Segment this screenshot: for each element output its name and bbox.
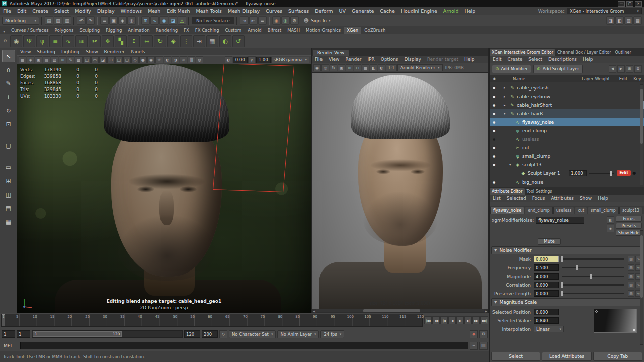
new-scene-icon[interactable]: ▤ bbox=[45, 16, 53, 25]
visibility-dot-icon[interactable]: ● bbox=[490, 120, 498, 124]
viewport-menu-panels[interactable]: Panels bbox=[128, 49, 148, 54]
xgen-density-icon[interactable]: ▚ bbox=[115, 35, 127, 47]
menu-display[interactable]: Display bbox=[94, 8, 118, 14]
visibility-dot-icon[interactable]: ● bbox=[490, 86, 498, 89]
menu-arnold[interactable]: Arnold bbox=[440, 8, 462, 14]
film-gate-icon[interactable]: ◫ bbox=[83, 56, 91, 63]
keep-image-icon[interactable]: ⊞ bbox=[346, 64, 353, 71]
xgen-place-icon[interactable]: ❖ bbox=[102, 35, 114, 47]
go-to-end-button[interactable]: ▶▶| bbox=[480, 316, 488, 324]
grease-pencil-icon[interactable]: ✎ bbox=[67, 56, 74, 63]
playback-options-icon[interactable]: ◇ bbox=[219, 330, 227, 338]
layout-hypershade[interactable]: ▤ bbox=[2, 202, 15, 214]
snapshot-icon[interactable]: ▣ bbox=[338, 64, 345, 71]
last-tool[interactable]: ▢ bbox=[2, 139, 15, 152]
shelf-tab-fx-caching[interactable]: FX Caching bbox=[192, 27, 222, 34]
viewport-menu-shading[interactable]: Shading bbox=[34, 49, 58, 54]
add-layer-icon[interactable]: ⊞ bbox=[626, 65, 633, 73]
xgen-groom-icon[interactable]: ψ bbox=[36, 35, 48, 47]
panel-tab-outliner[interactable]: Outliner bbox=[613, 49, 633, 56]
menu-surfaces[interactable]: Surfaces bbox=[285, 8, 312, 14]
viewport-menu-renderer[interactable]: Renderer bbox=[101, 49, 128, 54]
render-view-menu-display[interactable]: Display bbox=[401, 57, 424, 62]
node-tab-useless[interactable]: useless bbox=[553, 207, 575, 214]
channel-box-toggle-icon[interactable]: ▥ bbox=[624, 16, 633, 25]
render-view-hscrollbar[interactable]: ◀ ▶ bbox=[312, 309, 488, 313]
step-forward-frame-button[interactable]: ▶| bbox=[464, 316, 472, 324]
ipr-icon[interactable]: ◎ bbox=[321, 64, 329, 71]
copy-tab-button[interactable]: Copy Tab bbox=[593, 352, 642, 361]
shelf-tab-rigging[interactable]: Rigging bbox=[103, 27, 125, 34]
add-sculpt-layer-button[interactable]: ⊕ Add Sculpt Layer bbox=[533, 65, 583, 73]
exposure-icon[interactable]: ◐ bbox=[225, 56, 232, 63]
shelf-tab-mash[interactable]: MASH bbox=[284, 27, 303, 34]
visibility-dot-icon[interactable]: ● bbox=[490, 95, 498, 98]
presets-button[interactable]: Presets bbox=[616, 223, 642, 229]
mask-slider[interactable] bbox=[562, 258, 624, 260]
gamma-field[interactable]: 1.00 bbox=[256, 57, 271, 63]
section-header-magnitude-scale[interactable]: ▼Magnitude Scale bbox=[491, 298, 642, 306]
menu-houdini-engine[interactable]: Houdini Engine bbox=[398, 8, 440, 14]
step-back-key-button[interactable]: ◀◀ bbox=[432, 316, 440, 324]
add-modifier-button[interactable]: ⊕ Add Modifier bbox=[492, 65, 531, 73]
show-hide-button[interactable]: Show Hide bbox=[616, 230, 642, 236]
maximize-button[interactable]: ▢ bbox=[626, 1, 633, 7]
safe-title-icon[interactable]: ▢ bbox=[123, 56, 131, 63]
mask-field[interactable]: 0.000 bbox=[534, 256, 559, 262]
scroll-right-icon[interactable]: ▶ bbox=[484, 309, 488, 313]
mel-command-input[interactable] bbox=[20, 342, 468, 349]
show-in-outliner-icon[interactable]: ◧ bbox=[607, 216, 614, 224]
render-view-menu-view[interactable]: View bbox=[326, 57, 342, 62]
section-header-noise-modifier[interactable]: ▼Noise Modifier bbox=[491, 246, 642, 254]
texture-map-icon[interactable]: ▨ bbox=[628, 282, 634, 288]
node-tab-end-clump[interactable]: end_clump bbox=[525, 207, 553, 214]
visibility-dot-icon[interactable]: ● bbox=[490, 137, 498, 141]
select-hierarchy-icon[interactable]: ≡ bbox=[100, 16, 109, 25]
range-slider-track[interactable]: 1 120 bbox=[32, 330, 183, 338]
motion-blur-icon[interactable]: ≋ bbox=[180, 56, 187, 63]
ramp-handle[interactable] bbox=[633, 329, 635, 331]
safe-action-icon[interactable]: □ bbox=[115, 56, 123, 63]
save-scene-icon[interactable]: ▥ bbox=[63, 16, 71, 25]
menu-set-dropdown[interactable]: Modeling ▾ bbox=[2, 17, 39, 25]
textured-icon[interactable]: ◉ bbox=[147, 56, 155, 63]
magnitude-slider[interactable] bbox=[562, 276, 624, 277]
lock-camera-icon[interactable]: ◈ bbox=[27, 56, 34, 63]
attribute-editor-scrollbar[interactable] bbox=[640, 230, 643, 345]
animation-end-field[interactable]: 200 bbox=[202, 330, 218, 338]
xgen-sphere-icon[interactable]: ◉ bbox=[10, 35, 22, 47]
scroll-left-icon[interactable]: ◀ bbox=[609, 65, 616, 73]
menu-mesh-display[interactable]: Mesh Display bbox=[225, 8, 263, 14]
layout-single-pane[interactable]: ▭ bbox=[2, 161, 15, 173]
tree-row-sculpt-layer[interactable]: ◆Sculpt Layer 11.000Edit● bbox=[490, 169, 644, 177]
script-editor-icon[interactable]: ▤ bbox=[479, 342, 488, 350]
shelf-tab-animation[interactable]: Animation bbox=[125, 27, 152, 34]
tree-row-big-noise[interactable]: ●∿big_noise bbox=[490, 177, 644, 186]
node-tab-cut[interactable]: cut bbox=[575, 207, 587, 214]
layout-four-pane[interactable]: ⊞ bbox=[2, 174, 15, 187]
render-canvas[interactable]: size: 724 x 1024 zoom(1.000) bbox=[312, 73, 488, 309]
menu-help[interactable]: Help bbox=[462, 8, 479, 14]
lights-icon[interactable]: ☼ bbox=[155, 56, 163, 63]
scroll-right-icon[interactable]: ▶ bbox=[617, 65, 625, 73]
xgen-refresh-icon[interactable]: ↺ bbox=[232, 35, 245, 47]
xgen-comb-icon[interactable]: ≡ bbox=[49, 35, 61, 47]
menu-cache[interactable]: Cache bbox=[377, 8, 398, 14]
expand-icon[interactable]: ▸ bbox=[504, 103, 509, 107]
xgen-export-icon[interactable]: ⇥ bbox=[193, 35, 205, 47]
tree-scrollbar[interactable] bbox=[640, 84, 643, 185]
close-button[interactable]: ✕ bbox=[635, 1, 642, 7]
snap-point-icon[interactable]: ◉ bbox=[159, 16, 168, 25]
select-object-icon[interactable]: ▣ bbox=[109, 16, 118, 25]
go-to-start-button[interactable]: |◀◀ bbox=[424, 316, 432, 324]
snap-grid-icon[interactable]: ⊞ bbox=[141, 16, 150, 25]
render-view-menu-render[interactable]: Render bbox=[342, 57, 364, 62]
live-surface-field[interactable]: No Live Surface bbox=[192, 17, 234, 24]
redo-icon[interactable]: ↷ bbox=[86, 16, 95, 25]
texture-map-icon[interactable]: ▨ bbox=[628, 290, 634, 297]
exposure-icon[interactable]: ◐ bbox=[378, 64, 385, 71]
tree-row-flyaway-noise[interactable]: ●∿flyaway_noise bbox=[490, 118, 644, 126]
sign-in-button[interactable]: ☻ Sign In ▾ bbox=[304, 18, 331, 23]
attribute-editor-menu-focus[interactable]: Focus bbox=[529, 196, 548, 201]
visibility-dot-icon[interactable]: ● bbox=[490, 112, 498, 115]
